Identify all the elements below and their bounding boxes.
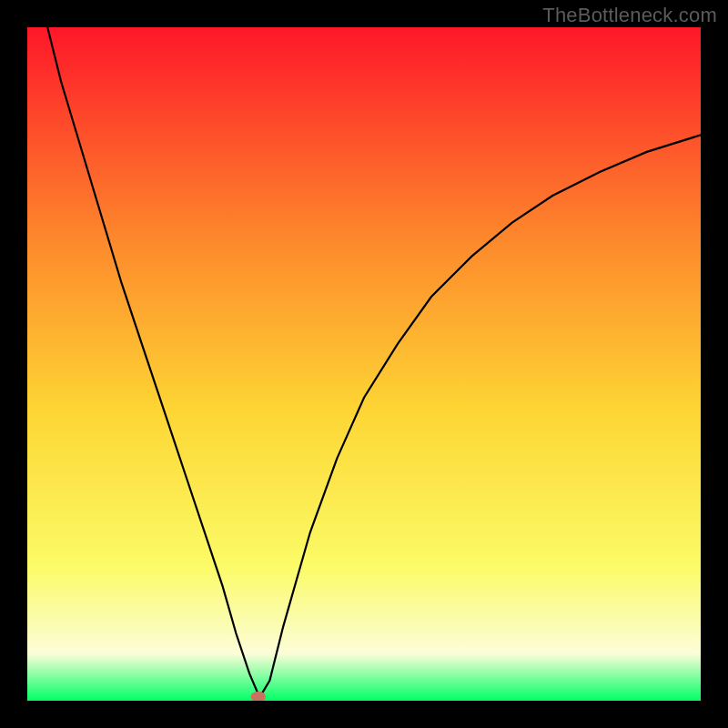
watermark-text: TheBottleneck.com [542, 4, 717, 27]
gradient-background [27, 27, 701, 701]
plot-area [27, 27, 701, 701]
bottleneck-plot-svg [27, 27, 701, 701]
chart-frame: TheBottleneck.com [0, 0, 728, 728]
